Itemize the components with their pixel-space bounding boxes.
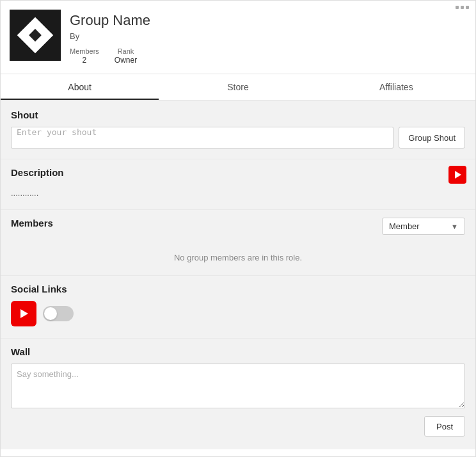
description-title: Description: [11, 167, 465, 178]
post-button[interactable]: Post: [424, 416, 465, 437]
description-text: ............: [11, 184, 465, 202]
group-header: Group Name By Members 2 Rank Owner: [1, 1, 475, 74]
shout-input[interactable]: [11, 127, 393, 148]
post-btn-row: Post: [11, 416, 465, 437]
dot-2: [461, 6, 464, 9]
dot-1: [456, 6, 459, 9]
social-links-title: Social Links: [11, 284, 465, 294]
wall-textarea[interactable]: [11, 364, 465, 408]
social-toggle[interactable]: [43, 306, 74, 321]
wall-section: Wall Post: [1, 338, 475, 449]
description-section: Description ............: [1, 159, 475, 209]
group-name: Group Name: [70, 12, 150, 29]
dot-3: [466, 6, 469, 9]
members-stat: Members 2: [70, 47, 99, 65]
group-info: Group Name By Members 2 Rank Owner: [70, 10, 150, 65]
window-controls: [456, 6, 469, 9]
members-label: Members: [70, 47, 99, 55]
social-icons-row: [11, 301, 465, 326]
group-by: By: [70, 31, 150, 41]
members-value: 2: [83, 56, 87, 65]
rank-value: Owner: [115, 56, 137, 65]
youtube-social-button[interactable]: [11, 301, 36, 326]
youtube-edit-button[interactable]: [448, 166, 466, 184]
rank-label: Rank: [118, 47, 134, 55]
page-content: Shout Group Shout Description ..........…: [1, 100, 475, 449]
shout-section: Shout Group Shout: [1, 100, 475, 159]
tab-affiliates[interactable]: Affiliates: [317, 74, 475, 100]
members-section: Members Member ▼ No group members are in…: [1, 209, 475, 275]
social-links-section: Social Links: [1, 275, 475, 338]
group-shout-button[interactable]: Group Shout: [399, 127, 465, 148]
tab-store[interactable]: Store: [159, 74, 317, 100]
shout-row: Group Shout: [11, 127, 465, 148]
youtube-icon: [455, 171, 461, 179]
youtube-play-icon: [20, 309, 28, 318]
group-stats: Members 2 Rank Owner: [70, 47, 150, 65]
tabs-bar: About Store Affiliates: [1, 74, 475, 100]
members-header: Members Member ▼: [11, 218, 465, 235]
dropdown-value: Member: [389, 221, 420, 231]
main-window: Group Name By Members 2 Rank Owner About…: [0, 0, 476, 457]
shout-title: Shout: [11, 109, 465, 120]
group-logo-icon: [17, 17, 54, 54]
members-role-dropdown[interactable]: Member ▼: [382, 218, 465, 235]
chevron-down-icon: ▼: [451, 223, 458, 230]
members-title: Members: [11, 218, 53, 228]
wall-title: Wall: [11, 346, 465, 357]
tab-about[interactable]: About: [1, 74, 159, 100]
members-empty-message: No group members are in this role.: [11, 243, 465, 268]
group-logo: [10, 10, 61, 61]
rank-stat: Rank Owner: [115, 47, 137, 65]
wall-input-area: Post: [11, 364, 465, 437]
